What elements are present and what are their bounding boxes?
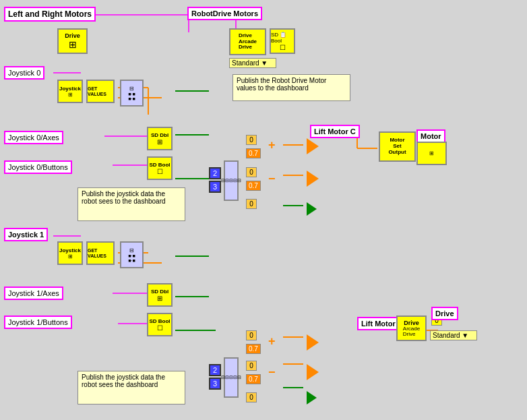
block-joystick0-get[interactable]: Joystick ⊞ xyxy=(57,80,83,103)
label-lift-motor-c: Lift Motor C xyxy=(310,125,360,138)
note-publish-joystick-upper: Publish the joystick data the robot sees… xyxy=(78,187,185,221)
block-sd-bool-1buttons[interactable]: SD Bool ☐ xyxy=(147,313,173,336)
block-num-3-lower: 3 xyxy=(209,378,221,390)
block-drive-arcade[interactable]: Drive Arcade Drive xyxy=(229,28,266,55)
label-joystick1-axes: Joystick 1/Axes xyxy=(4,287,63,300)
label-joystick1: Joystick 1 xyxy=(4,228,48,241)
block-bundle-upper[interactable]: ⊟⊟⊟⊟⊟ xyxy=(224,160,239,201)
triangle-right-upper2 xyxy=(307,171,319,187)
drive-icon-top: ⊞ xyxy=(69,39,77,50)
val-0-upper1: 0 xyxy=(246,135,257,145)
label-left-right-motors: Left and Right Motors xyxy=(4,7,96,22)
sd-label-top: SD 📋 Bool xyxy=(271,32,294,44)
val-07-lower1: 0.7 xyxy=(246,344,261,354)
block-num-3-upper: 3 xyxy=(209,181,221,193)
triangle-right-lower2 xyxy=(307,364,319,380)
val-07-lower2: 0.7 xyxy=(246,374,261,384)
label-joystick0-axes: Joystick 0/Axes xyxy=(4,131,63,144)
label-joystick1-buttons: Joystick 1/Buttons xyxy=(4,316,72,329)
block-sd-dbl-0axes[interactable]: SD Dbl ⊞ xyxy=(147,127,173,150)
drive-label-top: Drive xyxy=(65,32,80,39)
note-publish-robot-drive: Publish the Robot Drive Motor values to … xyxy=(232,74,350,101)
val-0-upper3: 0 xyxy=(246,199,257,209)
triangle-right-upper xyxy=(307,138,319,154)
block-joystick0-values[interactable]: GET VALUES xyxy=(86,80,115,103)
label-drive-lower: Drive xyxy=(431,307,458,320)
block-sd-dbl-1axes[interactable]: SD Dbl ⊞ xyxy=(147,283,173,307)
val-0-lower1: 0 xyxy=(246,330,257,340)
block-array-0[interactable]: ⊟ ■·■ ■·■ xyxy=(120,80,144,107)
val-07-upper1: 0.7 xyxy=(246,148,261,158)
label-robotdrive-motors: RobotDrive Motors xyxy=(187,7,262,20)
block-num-2-lower: 2 xyxy=(209,364,221,376)
block-drive-top[interactable]: Drive ⊞ xyxy=(57,28,88,54)
label-motor-top-right: Motor xyxy=(416,129,445,143)
val-0-upper2: 0 xyxy=(246,167,257,177)
label-lift-motor-lower: Lift Motor xyxy=(357,317,400,330)
minus-symbol-upper: − xyxy=(268,172,276,186)
block-motor-icon-top[interactable]: ⊞ xyxy=(416,142,447,165)
triangle-right-lower3 xyxy=(307,391,317,404)
arcade-drive-label: Drive Arcade Drive xyxy=(239,33,257,51)
block-joystick1-get[interactable]: Joystick ⊞ xyxy=(57,241,83,265)
block-array-1[interactable]: ⊟ ■·■ ■·■ xyxy=(120,241,144,268)
dropdown-standard-top[interactable]: Standard ▼ xyxy=(229,58,276,68)
labview-canvas: Left and Right Motors Drive ⊞ RobotDrive… xyxy=(0,0,527,420)
block-sd-bool-0buttons[interactable]: SD Bool ☐ xyxy=(147,156,173,180)
triangle-right-lower1 xyxy=(307,334,319,351)
minus-symbol-lower: − xyxy=(268,365,276,380)
block-motor-set-output[interactable]: Motor Set Output xyxy=(379,131,416,162)
note-publish-joystick-lower: Publish the joystick data the robot sees… xyxy=(78,371,185,404)
plus-symbol-lower: + xyxy=(268,334,276,349)
val-0-lower2: 0 xyxy=(246,361,257,371)
block-sd-bool-top[interactable]: SD 📋 Bool ☐ xyxy=(270,28,295,54)
block-bundle-lower[interactable]: ⊟⊟⊟⊟⊟ xyxy=(224,357,239,398)
block-joystick1-values[interactable]: GET VALUES xyxy=(86,241,115,265)
plus-symbol-upper: + xyxy=(268,138,276,152)
label-joystick0: Joystick 0 xyxy=(4,66,44,80)
block-num-2-upper: 2 xyxy=(209,167,221,179)
triangle-right-upper3 xyxy=(307,202,317,216)
block-drive-lower[interactable]: Drive ArcadeDrive xyxy=(396,316,427,341)
val-07-upper2: 0.7 xyxy=(246,181,261,191)
dropdown-standard-lower[interactable]: Standard ▼ xyxy=(430,330,477,340)
val-0-lower3: 0 xyxy=(246,392,257,402)
label-joystick0-buttons: Joystick 0/Buttons xyxy=(4,160,72,174)
